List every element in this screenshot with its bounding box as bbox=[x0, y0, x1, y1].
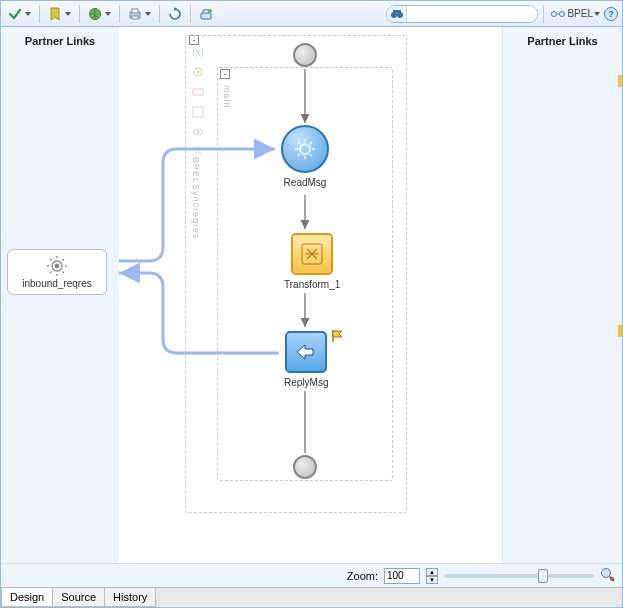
transform-square-icon bbox=[291, 233, 333, 275]
editor-tabs: Design Source History bbox=[1, 587, 622, 607]
zoom-slider-knob[interactable] bbox=[538, 569, 548, 583]
partner-link-node[interactable]: inbound_reqres bbox=[7, 249, 107, 295]
svg-point-23 bbox=[300, 144, 310, 154]
chevron-down-icon bbox=[145, 12, 151, 16]
start-circle-icon bbox=[293, 43, 317, 67]
svg-point-27 bbox=[55, 264, 59, 268]
start-node[interactable] bbox=[293, 43, 317, 67]
search-input[interactable] bbox=[407, 6, 537, 22]
end-node[interactable] bbox=[293, 455, 317, 479]
svg-point-9 bbox=[552, 11, 557, 16]
bpel-label-text: BPEL bbox=[567, 8, 593, 19]
reply-label: ReplyMsg bbox=[284, 377, 328, 388]
tab-history[interactable]: History bbox=[104, 588, 156, 607]
edge-marker-bottom bbox=[618, 325, 622, 337]
zoom-label: Zoom: bbox=[347, 570, 378, 582]
chevron-down-icon bbox=[594, 12, 600, 16]
refresh-button[interactable] bbox=[165, 5, 185, 23]
main-area: Partner Links (x) - - main BPELSyncreqre… bbox=[1, 27, 622, 587]
bpel-view-button[interactable]: BPEL bbox=[549, 8, 602, 19]
globe-button[interactable] bbox=[85, 5, 114, 23]
validate-button[interactable] bbox=[5, 5, 34, 23]
partner-links-right: Partner Links bbox=[502, 27, 622, 563]
chevron-down-icon bbox=[65, 12, 71, 16]
zoom-spin-down[interactable]: ▼ bbox=[426, 576, 438, 584]
warning-flag-icon[interactable] bbox=[331, 329, 345, 343]
design-canvas[interactable]: (x) - - main BPELSyncreqres bbox=[119, 27, 502, 563]
reply-square-icon bbox=[285, 331, 327, 373]
zoom-bar: Zoom: ▲ ▼ bbox=[1, 563, 622, 587]
binoculars-icon[interactable] bbox=[387, 5, 407, 23]
svg-rect-4 bbox=[201, 13, 211, 19]
receive-node[interactable]: ReadMsg bbox=[281, 125, 329, 188]
gear-icon bbox=[47, 256, 67, 276]
chevron-down-icon bbox=[105, 12, 111, 16]
zoom-reset-button[interactable] bbox=[600, 567, 616, 585]
zoom-slider[interactable] bbox=[444, 574, 594, 578]
partner-links-left: Partner Links bbox=[1, 27, 119, 563]
toolbar: BPEL ? bbox=[1, 1, 622, 27]
svg-rect-3 bbox=[132, 16, 138, 19]
svg-point-5 bbox=[208, 9, 212, 13]
help-button[interactable]: ? bbox=[604, 7, 618, 21]
svg-point-30 bbox=[610, 577, 614, 581]
svg-rect-8 bbox=[393, 10, 401, 13]
chevron-down-icon bbox=[25, 12, 31, 16]
transform-label: Transform_1 bbox=[284, 279, 340, 290]
svg-point-28 bbox=[602, 568, 611, 577]
tab-source[interactable]: Source bbox=[52, 588, 105, 607]
svg-rect-2 bbox=[132, 9, 138, 13]
test-button[interactable] bbox=[196, 5, 216, 23]
zoom-input[interactable] bbox=[384, 568, 420, 584]
zoom-spinner: ▲ ▼ bbox=[426, 568, 438, 584]
edge-marker-top bbox=[618, 75, 622, 87]
receive-circle-icon bbox=[281, 125, 329, 173]
bookmark-button[interactable] bbox=[45, 5, 74, 23]
receive-label: ReadMsg bbox=[281, 177, 329, 188]
zoom-spin-up[interactable]: ▲ bbox=[426, 568, 438, 576]
transform-node[interactable]: Transform_1 bbox=[284, 233, 340, 290]
tab-design[interactable]: Design bbox=[1, 588, 53, 607]
partner-link-label: inbound_reqres bbox=[22, 278, 92, 289]
search-box bbox=[386, 5, 538, 23]
partner-links-left-header: Partner Links bbox=[1, 27, 119, 53]
end-circle-icon bbox=[293, 455, 317, 479]
svg-point-10 bbox=[560, 11, 565, 16]
reply-node[interactable]: ReplyMsg bbox=[284, 331, 328, 388]
print-button[interactable] bbox=[125, 5, 154, 23]
partner-links-right-header: Partner Links bbox=[503, 27, 622, 53]
